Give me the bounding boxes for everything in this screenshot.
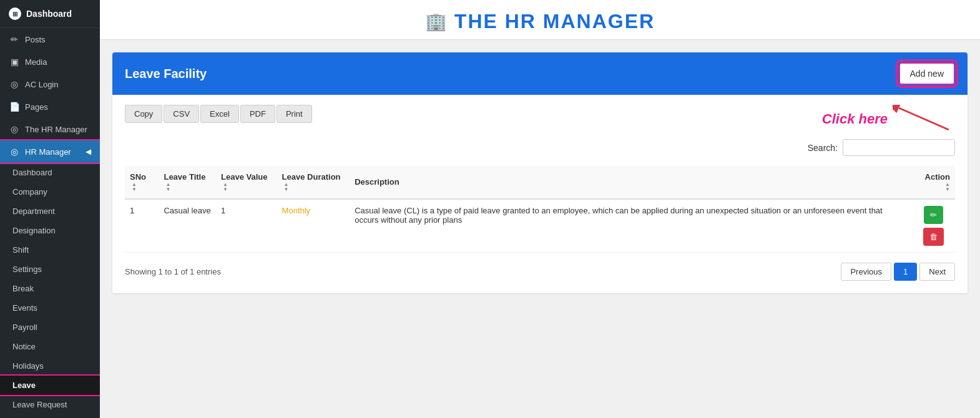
sidebar-item-label: Pages bbox=[25, 102, 48, 112]
sidebar-item-settings[interactable]: Settings bbox=[0, 260, 100, 279]
col-leave-value: Leave Value ▲▼ bbox=[216, 166, 277, 199]
sidebar-item-dashboard[interactable]: Dashboard bbox=[0, 163, 100, 182]
page-1-button[interactable]: 1 bbox=[894, 263, 917, 281]
sidebar-sub-label: Events bbox=[12, 303, 37, 313]
card-header: Leave Facility Add new bbox=[112, 52, 968, 95]
posts-icon: ✏ bbox=[9, 34, 20, 44]
sidebar-item-label: AC Login bbox=[25, 80, 58, 89]
sidebar-sub-label: Designation bbox=[12, 226, 56, 235]
card-title: Leave Facility bbox=[125, 67, 207, 81]
sidebar-item-break[interactable]: Break bbox=[0, 279, 100, 298]
action-buttons: ✏ 🗑 bbox=[917, 206, 950, 246]
col-leave-title: Leave Title ▲▼ bbox=[159, 166, 216, 199]
sidebar-sub-label: Payroll bbox=[12, 323, 37, 332]
cell-leave-title: Casual leave bbox=[159, 199, 216, 253]
hr-manager-collapse-arrow: ◀ bbox=[86, 147, 91, 156]
table-row: 1 Casual leave 1 Monthly Casual leave (C… bbox=[125, 199, 955, 253]
sidebar-item-company[interactable]: Company bbox=[0, 182, 100, 202]
sidebar-item-label: Media bbox=[25, 57, 47, 67]
sidebar-sub-label: Leave Request bbox=[12, 400, 67, 409]
sidebar-sub-label: Notice bbox=[12, 342, 36, 351]
click-here-annotation: Click here bbox=[822, 105, 955, 133]
col-action: Action ▲▼ bbox=[912, 166, 955, 199]
sidebar-item-posts[interactable]: ✏ Posts bbox=[0, 28, 100, 51]
search-bar: Search: bbox=[125, 139, 955, 156]
cell-description: Casual leave (CL) is a type of paid leav… bbox=[350, 199, 912, 253]
hr-manager-icon: ◎ bbox=[9, 147, 20, 157]
print-button[interactable]: Print bbox=[277, 105, 312, 123]
main-content: 🏢 THE HR MANAGER Leave Facility Add new … bbox=[100, 0, 980, 418]
pdf-button[interactable]: PDF bbox=[240, 105, 275, 123]
the-hr-manager-icon: ◎ bbox=[9, 124, 20, 134]
sidebar-sub-label: Leave bbox=[12, 381, 36, 390]
sidebar-item-leave[interactable]: Leave bbox=[0, 376, 100, 395]
copy-button[interactable]: Copy bbox=[125, 105, 162, 123]
sidebar-item-designation[interactable]: Designation bbox=[0, 221, 100, 240]
leave-table: SNo ▲▼ Leave Title ▲▼ Leave Value ▲▼ bbox=[125, 166, 955, 253]
sidebar-item-label: HR Manager bbox=[25, 147, 71, 157]
click-here-text: Click here bbox=[822, 111, 888, 127]
csv-button[interactable]: CSV bbox=[164, 105, 199, 123]
cell-leave-duration: Monthly bbox=[277, 199, 350, 253]
sidebar-sub-label: Holidays bbox=[12, 361, 44, 371]
sidebar-item-staff[interactable]: Staff bbox=[0, 414, 100, 418]
cell-leave-value: 1 bbox=[216, 199, 277, 253]
leave-facility-card: Leave Facility Add new Copy CSV Excel PD… bbox=[112, 52, 968, 293]
pages-icon: 📄 bbox=[9, 102, 20, 112]
sidebar-item-pages[interactable]: 📄 Pages bbox=[0, 95, 100, 118]
dashboard-icon: ⊞ bbox=[9, 7, 21, 20]
ac-login-icon: ◎ bbox=[9, 79, 20, 89]
pagination-bar: Showing 1 to 1 of 1 entries Previous 1 N… bbox=[125, 263, 955, 281]
sidebar-sub-label: Settings bbox=[12, 265, 42, 274]
sidebar-item-department[interactable]: Department bbox=[0, 202, 100, 221]
col-leave-duration: Leave Duration ▲▼ bbox=[277, 166, 350, 199]
delete-button[interactable]: 🗑 bbox=[923, 228, 944, 246]
excel-button[interactable]: Excel bbox=[200, 105, 239, 123]
add-new-button[interactable]: Add new bbox=[899, 62, 955, 85]
app-title-icon: 🏢 bbox=[425, 11, 448, 32]
pagination-controls: Previous 1 Next bbox=[841, 263, 955, 281]
sidebar-item-label: The HR Manager bbox=[25, 125, 87, 134]
table-header-row: SNo ▲▼ Leave Title ▲▼ Leave Value ▲▼ bbox=[125, 166, 955, 199]
media-icon: ▣ bbox=[9, 57, 20, 67]
sidebar-item-payroll[interactable]: Payroll bbox=[0, 318, 100, 337]
sort-arrows-leave-title: ▲▼ bbox=[165, 182, 170, 192]
sidebar-item-ac-login[interactable]: ◎ AC Login bbox=[0, 73, 100, 95]
cell-action: ✏ 🗑 bbox=[912, 199, 955, 253]
sidebar-item-hr-manager[interactable]: ◎ HR Manager ◀ bbox=[0, 140, 100, 163]
col-sno: SNo ▲▼ bbox=[125, 166, 159, 199]
sort-arrows-leave-duration: ▲▼ bbox=[284, 182, 289, 192]
sidebar-item-holidays[interactable]: Holidays bbox=[0, 356, 100, 376]
sidebar: ⊞ Dashboard ✏ Posts ▣ Media ◎ AC Login 📄… bbox=[0, 0, 100, 418]
next-button[interactable]: Next bbox=[919, 263, 955, 281]
search-input[interactable] bbox=[843, 139, 955, 156]
sidebar-item-notice[interactable]: Notice bbox=[0, 337, 100, 356]
sidebar-sub-label: Shift bbox=[12, 245, 29, 255]
cell-sno: 1 bbox=[125, 199, 159, 253]
sidebar-sub-label: Break bbox=[12, 284, 34, 293]
app-title: 🏢 THE HR MANAGER bbox=[100, 10, 980, 33]
col-description: Description bbox=[350, 166, 912, 199]
card-body: Copy CSV Excel PDF Print Click here bbox=[112, 95, 968, 293]
previous-button[interactable]: Previous bbox=[841, 263, 891, 281]
edit-button[interactable]: ✏ bbox=[924, 206, 943, 224]
content-area: Leave Facility Add new Copy CSV Excel PD… bbox=[100, 40, 980, 418]
sidebar-item-events[interactable]: Events bbox=[0, 298, 100, 318]
app-title-text: THE HR MANAGER bbox=[454, 10, 655, 33]
sidebar-item-shift[interactable]: Shift bbox=[0, 240, 100, 260]
sidebar-logo-label: Dashboard bbox=[26, 9, 72, 19]
sidebar-item-label: Posts bbox=[25, 35, 46, 44]
sort-arrows-action: ▲▼ bbox=[945, 182, 950, 192]
sidebar-sub-label: Company bbox=[12, 187, 47, 197]
entries-info: Showing 1 to 1 of 1 entries bbox=[125, 267, 221, 276]
sidebar-item-the-hr-manager[interactable]: ◎ The HR Manager bbox=[0, 118, 100, 140]
sidebar-item-leave-request[interactable]: Leave Request bbox=[0, 395, 100, 414]
sort-arrows-leave-value: ▲▼ bbox=[223, 182, 228, 192]
add-new-container: Add new bbox=[899, 62, 955, 85]
sidebar-item-media[interactable]: ▣ Media bbox=[0, 51, 100, 73]
sidebar-logo[interactable]: ⊞ Dashboard bbox=[0, 0, 100, 28]
sort-arrows-sno: ▲▼ bbox=[132, 182, 137, 192]
export-buttons-group: Copy CSV Excel PDF Print bbox=[125, 105, 312, 123]
sidebar-sub-label: Dashboard bbox=[12, 168, 52, 177]
page-header: 🏢 THE HR MANAGER bbox=[100, 0, 980, 40]
